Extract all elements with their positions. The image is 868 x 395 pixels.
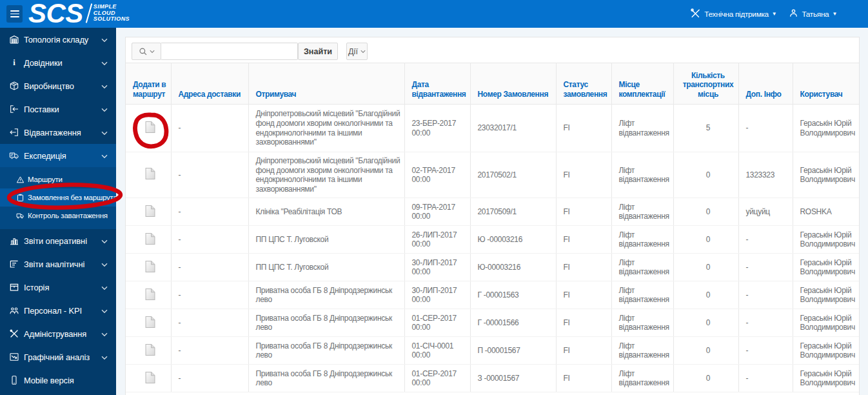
cell-user: Гераськін Юрій Володимирович [793, 309, 859, 337]
document-icon[interactable] [145, 167, 155, 183]
cell-user: Гераськін Юрій Володимирович [793, 281, 859, 309]
col-header-add-to-route[interactable]: Додати в маршрут [126, 63, 171, 105]
sidebar-item-label: Відвантаження [24, 128, 81, 137]
cell-order: П -00001567 [470, 337, 556, 365]
archive-box-icon [9, 282, 19, 292]
warehouse-icon [9, 34, 19, 45]
sidebar-item-operational-reports[interactable]: Звіти оперативні [0, 229, 116, 252]
sidebar-nav: Топологія складу i Довідники Виробництво… [0, 28, 116, 395]
cell-place: Ліфт відвантаження [611, 337, 673, 365]
submenu-item-load-control[interactable]: Контроль завантаження [0, 207, 116, 225]
actions-button[interactable]: Дії [346, 43, 368, 60]
col-header-order-status[interactable]: Статус замовлення [556, 63, 611, 105]
logo-slash [86, 3, 92, 23]
document-icon[interactable] [145, 288, 155, 303]
cell-user: Гераськін Юрій Володимирович [793, 226, 859, 254]
document-icon[interactable] [145, 260, 155, 276]
cell-order: З -00001567 [470, 365, 556, 392]
sidebar-item-topology[interactable]: Топологія складу [0, 28, 116, 51]
app-logo[interactable]: SCS SIMPLE CLOUD SOLUTIONS [28, 1, 130, 26]
col-header-order-number[interactable]: Номер Замовлення [470, 63, 556, 105]
top-bar: SCS SIMPLE CLOUD SOLUTIONS Технічна підт… [0, 0, 868, 28]
sidebar-item-supplies[interactable]: Поставки [0, 97, 116, 121]
col-header-additional-info[interactable]: Доп. Інфо [738, 63, 793, 105]
search-scope-button[interactable] [132, 43, 161, 60]
document-icon[interactable] [145, 205, 155, 220]
sidebar-item-label: Звіти аналітичні [24, 259, 84, 269]
submenu-item-routes[interactable]: Маршрути [0, 170, 116, 188]
cell-user: Гераськін Юрій Володимирович [793, 365, 859, 392]
sidebar-item-expedition[interactable]: Експедиція [0, 144, 116, 167]
search-input[interactable] [161, 43, 298, 60]
document-icon[interactable] [145, 316, 155, 331]
sidebar-item-label: Топологія складу [24, 35, 88, 45]
sidebar-item-history[interactable]: Історія [0, 276, 116, 299]
sidebar-item-directories[interactable]: i Довідники [0, 51, 116, 74]
cell-info: уйцуйц [738, 198, 793, 226]
cell-address: - [171, 309, 248, 337]
user-name: Татьяна [802, 10, 829, 19]
col-header-delivery-address[interactable]: Адреса доставки [171, 63, 248, 105]
sidebar-item-label: Звіти оперативні [24, 236, 87, 246]
cell-date: 01-СЕР-2017 00:00 [404, 365, 470, 392]
cell-date: 09-ТРА-2017 00:00 [404, 198, 470, 226]
col-header-picking-place[interactable]: Місце комплектації [611, 63, 673, 105]
sidebar-item-personnel-kpi[interactable]: Персонал - KPI [0, 299, 116, 322]
cell-date: 30-ЛИП-2017 00:00 [404, 254, 470, 281]
menu-toggle-button[interactable] [6, 5, 23, 23]
sidebar-item-administration[interactable]: Адміністрування [0, 322, 116, 345]
cell-recipient: ПП ЦПС Т. Луговской [248, 254, 404, 281]
sidebar-item-mobile-version[interactable]: Mobile версія [0, 369, 116, 392]
cell-user: Гераськін Юрій Володимирович [793, 105, 859, 152]
sidebar-item-label: Експедиція [24, 151, 66, 161]
delivery-truck-icon [16, 211, 25, 220]
col-header-ship-date[interactable]: Дата відвантаження [404, 63, 470, 105]
cell-address: - [171, 226, 248, 254]
svg-text:i: i [13, 58, 15, 67]
user-menu[interactable]: Татьяна ▼ [789, 8, 837, 20]
cell-recipient: Приватна особа ГБ 8 Дніпродзержинськ лев… [248, 365, 404, 392]
cell-status: FI [556, 105, 611, 152]
chevron-down-icon [101, 58, 108, 68]
document-icon[interactable] [145, 343, 155, 359]
cell-order: Г -00001563 [470, 281, 556, 309]
export-arrow-icon [9, 127, 19, 137]
support-menu[interactable]: Технічна підтримка ▼ [690, 8, 776, 21]
content-panel: Знайти Дії Додати в маршрут Адреса доста… [125, 37, 860, 395]
sidebar-item-label: Адміністрування [24, 329, 86, 339]
document-icon[interactable] [145, 232, 155, 248]
sidebar-item-shipment[interactable]: Відвантаження [0, 121, 116, 144]
table-row: - ПП ЦПС Т. Луговской 30-ЛИП-2017 00:00 … [126, 254, 859, 281]
cell-info: 1323323 [738, 152, 793, 198]
chevron-down-icon [101, 283, 108, 292]
table-row: - Приватна особа ГБ 8 Дніпродзержинськ л… [126, 281, 859, 309]
sidebar-item-graphic-analysis[interactable]: Графічний аналіз [0, 345, 116, 369]
sidebar-item-production[interactable]: Виробництво [0, 74, 116, 97]
table-header-row: Додати в маршрут Адреса доставки Отримув… [126, 63, 859, 105]
submenu-item-orders-without-route[interactable]: Замовлення без маршрута [0, 188, 116, 207]
cell-address: - [171, 337, 248, 365]
sidebar-item-analytical-reports[interactable]: Звіти аналітичні [0, 252, 116, 276]
find-button[interactable]: Знайти [298, 43, 338, 60]
submenu-item-label: Контроль завантаження [28, 212, 108, 219]
chevron-down-icon [101, 151, 108, 161]
package-icon [9, 81, 19, 91]
submenu-item-label: Маршрути [28, 176, 63, 183]
col-header-user[interactable]: Користувач [793, 63, 859, 105]
col-header-recipient[interactable]: Отримувач [248, 63, 404, 105]
cell-place: Ліфт відвантаження [611, 152, 673, 198]
document-icon[interactable] [145, 371, 155, 387]
cell-date: 01-СЕР-2017 00:00 [404, 309, 470, 337]
cell-recipient: Приватна особа ГБ 8 Дніпродзержинськ лев… [248, 281, 404, 309]
cell-status: FI [556, 365, 611, 392]
col-header-transport-qty[interactable]: Кількість транспортних місць [673, 63, 738, 105]
cell-order: Г -00001566 [470, 309, 556, 337]
cell-user: ROSHKA [793, 198, 859, 226]
info-icon: i [9, 57, 19, 68]
document-icon[interactable] [145, 121, 155, 136]
cell-info: - [738, 281, 793, 309]
cell-qty: 0 [673, 198, 738, 226]
import-arrow-icon [9, 104, 19, 114]
tools-icon [690, 8, 701, 21]
cell-place: Ліфт відвантаження [611, 309, 673, 337]
